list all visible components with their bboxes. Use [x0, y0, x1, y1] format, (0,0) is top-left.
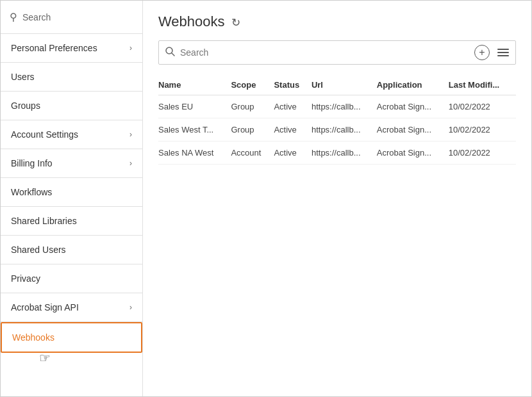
search-icon: ⚲ [10, 11, 17, 23]
sidebar-item-label: Groups [11, 101, 40, 111]
chevron-down-icon: › [129, 130, 132, 139]
col-status: Status [274, 75, 311, 95]
chevron-down-icon: › [129, 159, 132, 168]
cell-5: 10/02/2022 [449, 95, 516, 118]
chevron-down-icon: › [129, 44, 132, 53]
page-title-row: Webhooks ↻ [158, 13, 516, 30]
sidebar-item-workflows[interactable]: Workflows [1, 178, 142, 207]
sidebar-item-label: Acrobat Sign API [11, 302, 79, 312]
sidebar-item-label: Shared Libraries [11, 216, 77, 226]
table-row[interactable]: Sales EUGroupActivehttps://callb...Acrob… [158, 95, 516, 118]
cell-4: Acrobat Sign... [377, 142, 449, 165]
cursor-icon: ☞ [39, 350, 51, 366]
table-row[interactable]: Sales NA WestAccountActivehttps://callb.… [158, 142, 516, 165]
sidebar-item-label: Billing Info [11, 158, 53, 168]
cell-0: Sales EU [158, 95, 231, 118]
cell-5: 10/02/2022 [449, 118, 516, 142]
cell-0: Sales NA West [158, 142, 231, 165]
table-body: Sales EUGroupActivehttps://callb...Acrob… [158, 95, 516, 165]
table-header-row: Name Scope Status Url Application Last M… [158, 75, 516, 95]
col-scope: Scope [231, 75, 274, 95]
cell-3: https://callb... [312, 95, 377, 118]
cell-0: Sales West T... [158, 118, 231, 142]
webhooks-table: Name Scope Status Url Application Last M… [158, 75, 516, 165]
sidebar-item-shared-libraries[interactable]: Shared Libraries [1, 207, 142, 236]
search-input[interactable] [180, 47, 469, 58]
table-header: Name Scope Status Url Application Last M… [158, 75, 516, 95]
sidebar-item-label: Workflows [11, 187, 52, 197]
cell-1: Account [231, 142, 274, 165]
search-toolbar: + [158, 40, 516, 65]
col-last-modified: Last Modifi... [449, 75, 516, 95]
cell-1: Group [231, 95, 274, 118]
sidebar-item-users[interactable]: Users [1, 63, 142, 92]
menu-button[interactable] [497, 49, 509, 56]
cell-1: Group [231, 118, 274, 142]
sidebar-search-label: Search [22, 12, 51, 22]
sidebar-item-privacy[interactable]: Privacy [1, 264, 142, 293]
sidebar-item-label: Shared Users [11, 245, 66, 255]
sidebar-item-groups[interactable]: Groups [1, 92, 142, 120]
sidebar-item-label: Account Settings [11, 129, 78, 140]
cell-2: Active [274, 118, 311, 142]
cell-2: Active [274, 95, 311, 118]
menu-bar-line [497, 55, 509, 56]
col-name: Name [158, 75, 231, 95]
sidebar-item-billing-info[interactable]: Billing Info › [1, 149, 142, 178]
sidebar: ⚲ Search Personal Preferences › Users Gr… [1, 1, 143, 397]
cell-5: 10/02/2022 [449, 142, 516, 165]
sidebar-item-account-settings[interactable]: Account Settings › [1, 120, 142, 149]
sidebar-item-webhooks[interactable]: Webhooks ☞ [1, 322, 142, 353]
menu-bar-line [497, 52, 509, 53]
col-application: Application [377, 75, 449, 95]
main-content: Webhooks ↻ + Name Scope St [143, 1, 531, 397]
add-webhook-button[interactable]: + [474, 45, 490, 60]
cell-4: Acrobat Sign... [377, 95, 449, 118]
sidebar-item-acrobat-sign-api[interactable]: Acrobat Sign API › [1, 293, 142, 322]
sidebar-search[interactable]: ⚲ Search [1, 1, 142, 34]
sidebar-item-shared-users[interactable]: Shared Users [1, 236, 142, 264]
sidebar-item-label: Privacy [11, 273, 40, 284]
sidebar-item-label: Personal Preferences [11, 43, 97, 53]
refresh-icon[interactable]: ↻ [231, 16, 240, 29]
table-row[interactable]: Sales West T...GroupActivehttps://callb.… [158, 118, 516, 142]
toolbar-actions: + [474, 45, 509, 60]
cell-3: https://callb... [312, 142, 377, 165]
toolbar-search-icon [165, 47, 175, 58]
svg-line-1 [172, 53, 174, 56]
chevron-down-icon: › [129, 303, 132, 312]
cell-4: Acrobat Sign... [377, 118, 449, 142]
plus-icon: + [479, 47, 485, 58]
cell-3: https://callb... [312, 118, 377, 142]
menu-bar-line [497, 49, 509, 50]
col-url: Url [312, 75, 377, 95]
sidebar-item-personal-preferences[interactable]: Personal Preferences › [1, 34, 142, 63]
sidebar-item-label: Webhooks [12, 332, 54, 343]
page-title: Webhooks [158, 13, 225, 30]
cell-2: Active [274, 142, 311, 165]
sidebar-item-label: Users [11, 72, 35, 82]
